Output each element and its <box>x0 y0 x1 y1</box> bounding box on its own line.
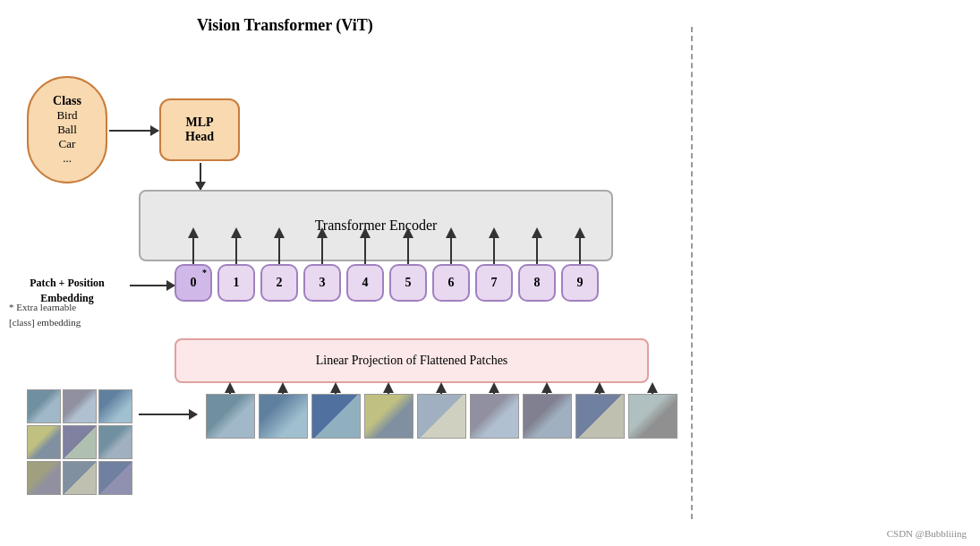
token-3: 3 <box>303 264 341 302</box>
patch-4 <box>364 394 413 439</box>
token-7: 7 <box>475 264 513 302</box>
orig-patch-8 <box>63 461 97 495</box>
orig-patch-6 <box>98 425 132 459</box>
token-8: 8 <box>518 264 556 302</box>
orig-patch-2 <box>63 389 97 423</box>
watermark: CSDN @Bubbliiing <box>887 528 967 539</box>
token-5: 5 <box>389 264 427 302</box>
mlp-head-box: MLPHead <box>159 98 240 161</box>
class-item-ellipsis: ... <box>63 151 72 166</box>
image-patches-row <box>206 394 677 439</box>
patch-3 <box>311 394 361 439</box>
panel-divider <box>691 27 693 519</box>
orig-patch-9 <box>98 461 132 495</box>
linear-projection-label: Linear Projection of Flattened Patches <box>316 354 508 368</box>
token-6: 6 <box>432 264 470 302</box>
token-0: 0* <box>175 264 212 302</box>
class-item-car: Car <box>59 137 76 151</box>
patch-1 <box>206 394 255 439</box>
patch-5 <box>417 394 466 439</box>
arrow-patch-to-token <box>130 285 175 286</box>
patch-7 <box>523 394 572 439</box>
orig-patch-7 <box>27 461 61 495</box>
class-item-bird: Bird <box>56 108 77 123</box>
token-4: 4 <box>346 264 384 302</box>
token-2: 2 <box>260 264 298 302</box>
patch-2 <box>259 394 308 439</box>
class-oval: Class Bird Ball Car ... <box>27 76 107 183</box>
patch-8 <box>575 394 625 439</box>
class-label: Class <box>53 94 81 108</box>
tokens-row: 0* 1 2 3 4 5 6 7 8 9 <box>175 264 599 302</box>
vit-title: Vision Transformer (ViT) <box>197 16 373 35</box>
linear-projection-box: Linear Projection of Flattened Patches <box>175 338 649 383</box>
orig-patch-1 <box>27 389 61 423</box>
left-panel: Vision Transformer (ViT) Class Bird Ball… <box>0 0 680 546</box>
orig-patch-3 <box>98 389 132 423</box>
arrow-class-to-mlp <box>109 130 158 132</box>
arrow-mlp-to-te <box>200 163 201 190</box>
extra-learnable-text: * Extra learnable[class] embedding <box>9 300 81 329</box>
token-9: 9 <box>561 264 599 302</box>
right-panel: Transformer Encoder L × + MLP <box>716 0 980 546</box>
original-image-grid <box>27 389 132 495</box>
patch-6 <box>470 394 519 439</box>
token-arrows-svg <box>175 228 649 269</box>
class-item-ball: Ball <box>57 123 77 137</box>
orig-patch-5 <box>63 425 97 459</box>
arrow-orig-to-patches <box>139 414 197 415</box>
orig-patch-4 <box>27 425 61 459</box>
mlp-head-label: MLPHead <box>185 115 214 144</box>
token-1: 1 <box>217 264 255 302</box>
patch-9 <box>628 394 677 439</box>
